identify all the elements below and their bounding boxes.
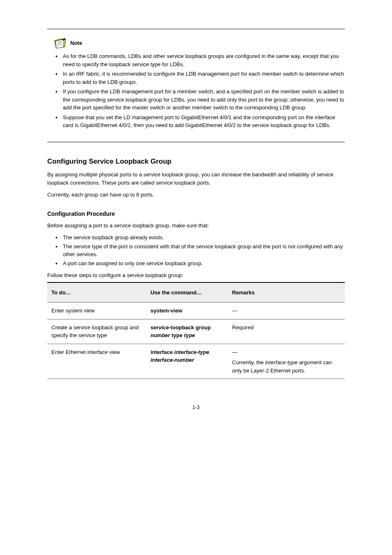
table-cell-remarks: Required: [228, 319, 345, 344]
cmd-text: type: [171, 332, 182, 338]
note-icon: [53, 37, 69, 49]
table-row: Enter system view system-view —: [47, 303, 345, 319]
remarks-line2: Currently, the interface-type argument c…: [232, 358, 341, 375]
subsection-intro: Before assigning a port to a service loo…: [47, 222, 345, 230]
note-list: As for the LDB commands, LDBs and other …: [53, 52, 345, 130]
table-cell-todo: Enter Ethernet interface view: [47, 344, 146, 379]
section-heading: Configuring Service Loopback Group: [47, 156, 345, 167]
cmd-text: service-loopback group: [150, 324, 211, 331]
cmd-arg: number: [150, 332, 170, 338]
table-header-row: To do… Use the command… Remarks: [47, 282, 345, 303]
table-cell-cmd: service-loopback group number type type: [146, 319, 228, 344]
remarks-line1: —: [232, 348, 341, 356]
subsection-list: The service loopback group already exist…: [53, 234, 345, 267]
table-cell-todo: Enter system view: [47, 303, 146, 319]
document-page: Note As for the LDB commands, LDBs and o…: [0, 0, 392, 555]
list-item: A port can be assigned to only one servi…: [53, 259, 345, 268]
note-item: If you configure the LDB management port…: [53, 88, 345, 112]
note-bottom-rule: [47, 142, 345, 142]
list-item: The service type of the port is consiste…: [53, 243, 345, 259]
cmd-arg: type: [184, 332, 195, 338]
note-header: Note: [53, 37, 345, 49]
section-intro: By assigning multiple physical ports to …: [47, 171, 345, 187]
table-cell-cmd: interface interface-type interface-numbe…: [146, 344, 228, 379]
table-cell-cmd: system-view: [146, 303, 228, 319]
table-cell-todo: Create a service loopback group and spec…: [47, 319, 146, 344]
table-row: Create a service loopback group and spec…: [47, 319, 345, 344]
table-header-cell: To do…: [47, 282, 146, 303]
remarks-italic: interface-type: [265, 359, 297, 365]
note-item: In an IRF fabric, it is recommended to c…: [53, 70, 345, 86]
table-header-cell: Remarks: [228, 282, 345, 303]
note-item: Suppose that you set the LD management p…: [53, 113, 345, 130]
list-item: The service loopback group already exist…: [53, 234, 345, 242]
note-label: Note: [70, 39, 82, 47]
command-table: To do… Use the command… Remarks Enter sy…: [47, 282, 345, 379]
note-block: Note As for the LDB commands, LDBs and o…: [47, 37, 345, 130]
remarks-text: Currently, the: [232, 359, 264, 365]
page-number: 1-3: [47, 404, 345, 411]
table-cell-remarks: —: [228, 303, 345, 319]
subsection-heading: Configuration Procedure: [47, 210, 345, 218]
section-intro2: Currently, each group can have up to 8 p…: [47, 191, 345, 199]
table-row: Enter Ethernet interface view interface …: [47, 344, 345, 379]
table-cell-remarks: — Currently, the interface-type argument…: [228, 344, 345, 379]
cmd-text: interface: [150, 349, 173, 355]
table-header-cell: Use the command…: [146, 282, 228, 303]
table-caption: Follow these steps to configure a servic…: [47, 271, 345, 280]
top-rule: [47, 29, 345, 29]
note-item: As for the LDB commands, LDBs and other …: [53, 52, 345, 68]
